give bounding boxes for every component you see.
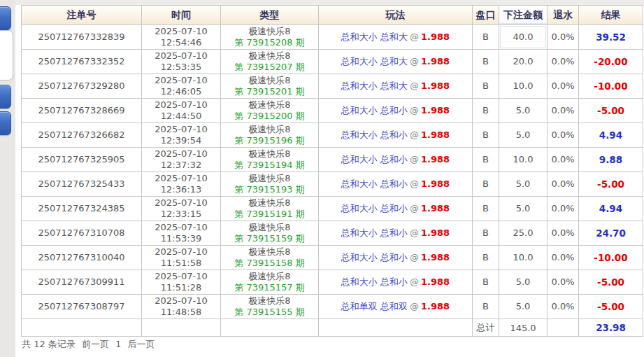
play-cell: 总和大小 总和大@1.988 bbox=[319, 25, 473, 50]
period-link[interactable]: 第 73915159 期 bbox=[222, 233, 317, 244]
game-type: 极速快乐8 第 73915196 期 bbox=[221, 123, 319, 148]
play-name: 总和大小 总和小 bbox=[341, 252, 408, 262]
at-separator: @ bbox=[408, 276, 421, 287]
play-name: 总和大小 总和小 bbox=[341, 203, 408, 214]
table-row: 250712767326682 2025-07-10 12:39:54 极速快乐… bbox=[22, 123, 643, 148]
prev-page-link[interactable]: 前一页 bbox=[82, 339, 109, 349]
odds-value: 1.988 bbox=[421, 301, 450, 312]
records-count: 共 12 条记录 bbox=[22, 339, 76, 349]
bet-result: 24.70 bbox=[579, 221, 643, 246]
game-type: 极速快乐8 第 73915200 期 bbox=[221, 99, 319, 123]
bet-amount: 10.0 bbox=[499, 148, 548, 172]
bet-time: 2025-07-10 12:36:13 bbox=[142, 172, 221, 197]
column-header-order: 注单号 bbox=[22, 6, 142, 25]
market-type: B bbox=[473, 148, 499, 172]
bet-records-table: 注单号 时间 类型 玩法 盘口 下注金额 退水 结果 2507127673328… bbox=[21, 5, 643, 337]
game-type: 极速快乐8 第 73915155 期 bbox=[221, 295, 319, 319]
period-link[interactable]: 第 73915157 期 bbox=[222, 282, 317, 293]
game-type: 极速快乐8 第 73915194 期 bbox=[221, 148, 319, 172]
rebate-percent: 0.0% bbox=[548, 270, 579, 295]
order-number: 250712767310040 bbox=[22, 246, 142, 270]
play-cell: 总和大小 总和小@1.988 bbox=[319, 123, 473, 148]
game-type: 极速快乐8 第 73915191 期 bbox=[221, 197, 319, 221]
play-name: 总和大小 总和大 bbox=[341, 31, 408, 42]
total-empty-cell bbox=[142, 319, 221, 337]
bet-time: 2025-07-10 12:44:50 bbox=[142, 99, 221, 123]
at-separator: @ bbox=[408, 80, 421, 91]
play-cell: 总和大小 总和小@1.988 bbox=[319, 172, 473, 197]
table-row: 250712767332352 2025-07-10 12:53:35 极速快乐… bbox=[22, 50, 643, 74]
order-number: 250712767329280 bbox=[22, 74, 142, 99]
bet-time: 2025-07-10 11:51:28 bbox=[142, 270, 221, 295]
game-name: 极速快乐8 bbox=[222, 295, 317, 307]
order-number: 250712767309911 bbox=[22, 270, 142, 295]
market-type: B bbox=[473, 270, 499, 295]
at-separator: @ bbox=[408, 301, 421, 312]
order-number: 250712767328669 bbox=[22, 99, 142, 123]
period-link[interactable]: 第 73915208 期 bbox=[222, 37, 317, 48]
market-type: B bbox=[473, 172, 499, 197]
play-cell: 总和大小 总和小@1.988 bbox=[319, 99, 473, 123]
game-type: 极速快乐8 第 73915201 期 bbox=[221, 74, 319, 99]
bet-amount: 5.0 bbox=[499, 197, 548, 221]
total-label: 总计 bbox=[473, 319, 499, 337]
bet-time-line: 11:53:39 bbox=[143, 233, 219, 244]
period-link[interactable]: 第 73915158 期 bbox=[222, 258, 317, 269]
period-link[interactable]: 第 73915191 期 bbox=[222, 209, 317, 220]
odds-value: 1.988 bbox=[421, 276, 450, 287]
bet-date-line: 2025-07-10 bbox=[143, 99, 219, 111]
table-row: 250712767309911 2025-07-10 11:51:28 极速快乐… bbox=[22, 270, 643, 295]
sidebar-button-2[interactable] bbox=[0, 85, 11, 108]
play-name: 总和大小 总和小 bbox=[341, 276, 408, 287]
bet-date-line: 2025-07-10 bbox=[143, 295, 219, 307]
column-header-type: 类型 bbox=[221, 6, 319, 25]
at-separator: @ bbox=[408, 105, 421, 115]
odds-value: 1.988 bbox=[421, 154, 450, 164]
bet-amount: 25.0 bbox=[499, 221, 548, 246]
rebate-percent: 0.0% bbox=[548, 148, 579, 172]
play-cell: 总和大小 总和小@1.988 bbox=[319, 197, 473, 221]
bet-time-line: 12:54:46 bbox=[143, 37, 219, 48]
period-link[interactable]: 第 73915155 期 bbox=[222, 307, 317, 318]
bet-time-line: 11:51:58 bbox=[143, 258, 219, 269]
game-name: 极速快乐8 bbox=[222, 222, 317, 233]
period-link[interactable]: 第 73915200 期 bbox=[222, 111, 317, 122]
bet-result: -5.00 bbox=[579, 270, 643, 295]
bet-amount: 5.0 bbox=[499, 172, 548, 197]
bet-time-line: 11:48:58 bbox=[143, 307, 219, 318]
period-link[interactable]: 第 73915194 期 bbox=[222, 160, 317, 171]
play-name: 总和单双 总和双 bbox=[341, 301, 408, 312]
odds-value: 1.988 bbox=[421, 203, 450, 214]
bet-amount: 10.0 bbox=[499, 74, 548, 99]
top-strip bbox=[0, 0, 644, 5]
bet-amount: 40.0 bbox=[499, 25, 548, 50]
table-row: 250712767329280 2025-07-10 12:46:05 极速快乐… bbox=[22, 74, 643, 99]
market-type: B bbox=[473, 25, 499, 50]
bet-time-line: 12:39:54 bbox=[143, 135, 219, 146]
rebate-percent: 0.0% bbox=[548, 221, 579, 246]
sidebar-button-3[interactable] bbox=[0, 111, 11, 135]
market-type: B bbox=[473, 295, 499, 319]
bet-amount: 5.0 bbox=[499, 270, 548, 295]
page-number-1[interactable]: 1 bbox=[115, 339, 121, 349]
period-link[interactable]: 第 73915207 期 bbox=[222, 62, 317, 73]
next-page-link[interactable]: 后一页 bbox=[128, 339, 155, 349]
period-link[interactable]: 第 73915193 期 bbox=[222, 184, 317, 195]
game-name: 极速快乐8 bbox=[222, 271, 317, 282]
game-name: 极速快乐8 bbox=[222, 148, 317, 160]
order-number: 250712767308797 bbox=[22, 295, 142, 319]
market-type: B bbox=[473, 99, 499, 123]
bet-time: 2025-07-10 12:39:54 bbox=[142, 123, 221, 148]
game-name: 极速快乐8 bbox=[222, 75, 317, 86]
rebate-percent: 0.0% bbox=[548, 172, 579, 197]
game-type: 极速快乐8 第 73915208 期 bbox=[221, 25, 319, 50]
play-cell: 总和大小 总和小@1.988 bbox=[319, 221, 473, 246]
bet-result: -5.00 bbox=[579, 99, 643, 123]
play-name: 总和大小 总和小 bbox=[341, 227, 408, 238]
order-number: 250712767332352 bbox=[22, 50, 142, 74]
bet-date-line: 2025-07-10 bbox=[143, 222, 219, 233]
table-row: 250712767310708 2025-07-10 11:53:39 极速快乐… bbox=[22, 221, 643, 246]
sidebar-button-1[interactable] bbox=[0, 6, 11, 30]
period-link[interactable]: 第 73915196 期 bbox=[222, 135, 317, 146]
period-link[interactable]: 第 73915201 期 bbox=[222, 86, 317, 97]
